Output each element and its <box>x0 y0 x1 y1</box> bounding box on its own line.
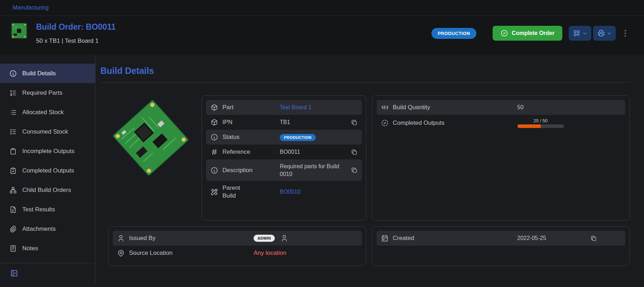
issued-by-row: Issued By ADMIN <box>113 231 362 246</box>
sidebar-item-label: Notes <box>22 245 38 252</box>
sidebar-item-child-build-orders[interactable]: Child Build Orders <box>0 180 95 200</box>
user-icon <box>280 234 288 242</box>
user-badge: ADMIN <box>254 235 275 242</box>
copy-icon <box>351 149 358 156</box>
issued-by-label: Issued By <box>129 235 249 242</box>
info-circle-icon <box>210 166 218 174</box>
package-icon <box>210 104 218 111</box>
sidebar-item-completed-outputs[interactable]: Completed Outputs <box>0 161 95 180</box>
copy-button[interactable] <box>590 235 597 242</box>
clipboard-check-icon <box>9 167 17 175</box>
sidebar-item-test-results[interactable]: Test Results <box>0 200 95 219</box>
sidebar-item-incomplete-outputs[interactable]: Incomplete Outputs <box>0 141 95 161</box>
copy-button[interactable] <box>351 149 358 156</box>
sidebar-item-notes[interactable]: Notes <box>0 239 95 258</box>
sidebar-item-label: Completed Outputs <box>22 167 74 174</box>
detail-label: Status <box>222 133 275 141</box>
detail-label: IPN <box>222 118 275 126</box>
progress-bar-fill <box>517 124 541 128</box>
sidebar: Build Details Required Parts Allocated S… <box>0 54 95 284</box>
copy-button[interactable] <box>351 167 358 174</box>
detail-row-part: Part Test Board 1 <box>206 100 362 115</box>
quantity-panel: Build Quantity 50 Completed Outputs 25 /… <box>372 95 630 221</box>
details-grid: Part Test Board 1 IPN TB1 Status <box>108 95 630 266</box>
chevron-down-icon <box>582 31 587 36</box>
sidebar-item-consumed-stock[interactable]: Consumed Stock <box>0 122 95 141</box>
list-icon <box>9 109 17 116</box>
sidebar-collapse-icon <box>10 269 18 277</box>
header-left: Build Order: BO0011 50 x TB1 | Test Boar… <box>11 22 116 45</box>
progress-track <box>517 124 564 128</box>
more-actions-button[interactable] <box>621 26 630 41</box>
sidebar-item-allocated-stock[interactable]: Allocated Stock <box>0 102 95 122</box>
package-icon <box>210 118 218 126</box>
circle-check-icon <box>500 29 508 37</box>
copy-icon <box>351 167 358 174</box>
part-link[interactable]: Test Board 1 <box>280 104 358 111</box>
hash-icon <box>210 148 218 156</box>
dots-vertical-icon <box>621 29 630 38</box>
pcb-thumbnail-image <box>11 22 28 39</box>
print-actions-button[interactable] <box>593 26 616 41</box>
part-thumbnail[interactable] <box>11 22 28 39</box>
calendar-icon <box>381 234 389 242</box>
list-numbers-icon <box>9 89 17 97</box>
detail-row-description: Description Required parts for Build 001… <box>206 159 362 181</box>
created-label: Created <box>393 235 513 242</box>
user-icon <box>117 234 125 242</box>
build-quantity-label: Build Quantity <box>393 104 513 111</box>
completed-outputs-progress: 25 / 50 <box>517 118 564 128</box>
complete-order-button[interactable]: Complete Order <box>493 26 562 41</box>
copy-button[interactable] <box>351 119 358 126</box>
sidebar-item-label: Incomplete Outputs <box>22 148 74 155</box>
sidebar-item-label: Consumed Stock <box>22 128 68 135</box>
breadcrumb: Manufacturing <box>0 0 644 16</box>
sidebar-item-label: Allocated Stock <box>22 109 64 116</box>
list-check-icon <box>9 128 17 136</box>
completed-outputs-row: Completed Outputs 25 / 50 <box>377 115 626 131</box>
detail-row-reference: Reference BO0011 <box>206 145 362 159</box>
sidebar-item-required-parts[interactable]: Required Parts <box>0 83 95 102</box>
sidebar-item-build-details[interactable]: Build Details <box>0 64 95 83</box>
breadcrumb-link-manufacturing[interactable]: Manufacturing <box>13 5 48 11</box>
detail-value: BO0011 <box>280 148 347 156</box>
notes-icon <box>9 245 17 252</box>
file-report-icon <box>9 206 17 213</box>
header-titles: Build Order: BO0011 50 x TB1 | Test Boar… <box>36 22 116 45</box>
page-layout: Build Details Required Parts Allocated S… <box>0 54 644 284</box>
parent-build-link[interactable]: BO0010 <box>280 188 358 196</box>
copy-icon <box>590 235 597 242</box>
sitemap-icon <box>9 186 17 194</box>
numbers-123-icon <box>381 104 389 111</box>
qrcode-icon <box>573 29 581 37</box>
sidebar-item-label: Child Build Orders <box>22 187 71 194</box>
map-pin-icon <box>117 249 125 257</box>
detail-value: Required parts for Build 0010 <box>280 163 347 178</box>
detail-row-ipn: IPN TB1 <box>206 115 362 130</box>
created-row: Created 2022-05-25 <box>377 231 626 246</box>
paperclip-icon <box>9 225 17 233</box>
status-badge: PRODUCTION <box>280 134 316 141</box>
sidebar-item-label: Build Details <box>22 70 56 77</box>
barcode-actions-button[interactable] <box>569 26 591 41</box>
pcb-image-art <box>108 95 193 180</box>
chevron-down-icon <box>607 31 612 36</box>
build-quantity-value: 50 <box>517 104 621 111</box>
section-heading: Build Details <box>100 66 630 76</box>
page-header: Build Order: BO0011 50 x TB1 | Test Boar… <box>0 16 644 54</box>
detail-label: Reference <box>222 148 275 156</box>
source-location-row: Source Location Any location <box>113 246 362 260</box>
part-image[interactable] <box>108 95 193 180</box>
sidebar-item-label: Required Parts <box>22 89 62 96</box>
header-icon-buttons <box>569 26 616 41</box>
collapse-sidebar-button[interactable] <box>10 269 18 279</box>
sidebar-item-attachments[interactable]: Attachments <box>0 219 95 239</box>
issued-panel: Issued By ADMIN Source Location Any loca… <box>108 226 366 266</box>
tools-icon <box>210 188 218 196</box>
page-title: Build Order: BO0011 <box>36 22 116 32</box>
created-panel: Created 2022-05-25 <box>372 226 630 266</box>
detail-label: Part <box>222 104 275 111</box>
header-actions: PRODUCTION Complete Order <box>431 26 630 41</box>
sidebar-item-label: Test Results <box>22 206 55 213</box>
progress-label: 25 / 50 <box>517 118 564 123</box>
